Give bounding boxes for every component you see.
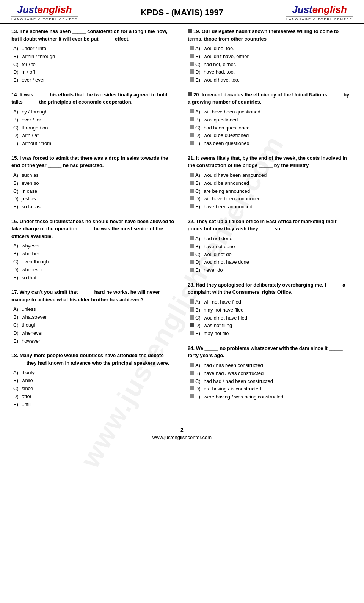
question-14-text: 14. It was _____ his efforts that the tw…	[11, 91, 176, 106]
logo-right-text: Justenglish	[292, 4, 347, 16]
q13-optA: A)under / into	[13, 45, 176, 53]
answer-marker-19	[188, 29, 192, 33]
q21-sq-E	[190, 204, 194, 208]
q23-optA: A)will not have filed	[190, 298, 353, 306]
q18-num: 18.	[11, 353, 18, 358]
q23-optB: B)may not have filed	[190, 306, 353, 314]
q19-sq-D	[190, 69, 194, 74]
logo-left: Justenglish LANGUAGE & TOEFL CENTER	[11, 4, 78, 21]
q13-options: A)under / into B)within / through C)for …	[11, 45, 176, 84]
question-18: 18. Many more people would doubtless hav…	[11, 352, 176, 408]
q20-optD: D)would be questioned	[190, 132, 353, 140]
q22-options: A)had not done B)have not done C)would n…	[188, 235, 353, 274]
q19-optA: A)would be, too.	[190, 45, 353, 53]
q17-optD: D)whenever	[13, 329, 176, 337]
question-24: 24. We _____ no problems whatsoever with…	[188, 345, 353, 401]
q16-optB: B)whether	[13, 250, 176, 258]
q15-optB: B)even so	[13, 179, 176, 187]
q23-optE: E)may not file	[190, 330, 353, 338]
q21-sq-D	[190, 196, 194, 200]
q19-optB: B)wouldn't have, either.	[190, 53, 353, 61]
q21-num: 21.	[188, 155, 195, 161]
logo-right-subtitle: LANGUAGE & TOEFL CENTER	[286, 16, 353, 21]
q24-sq-E	[190, 394, 194, 398]
q23-options: A)will not have filed B)may not have fil…	[188, 298, 353, 338]
q15-optC: C)in case	[13, 187, 176, 195]
q17-optC: C)though	[13, 321, 176, 329]
logo-just-left: Just	[17, 4, 37, 15]
question-16: 16. Under these circumstances he should …	[11, 218, 176, 282]
question-23: 23. Had they apologised for deliberately…	[188, 281, 353, 338]
q16-optE: E)so that	[13, 274, 176, 282]
content-area: 13. The scheme has been _____ considerat…	[0, 24, 364, 419]
question-17: 17. Why can't you admit that _____ hard …	[11, 288, 176, 345]
q14-optB: B)ever / for	[13, 116, 176, 124]
question-14: 14. It was _____ his efforts that the tw…	[11, 91, 176, 148]
q18-optC: C)since	[13, 385, 176, 393]
q16-optA: A)whyever	[13, 242, 176, 250]
q20-sq-D	[190, 133, 194, 137]
q24-sq-B	[190, 371, 194, 375]
header: Justenglish LANGUAGE & TOEFL CENTER KPDS…	[0, 0, 364, 24]
q22-sq-D	[190, 260, 194, 264]
q23-optC: C)would not have filed	[190, 314, 353, 322]
q19-num: 19.	[193, 28, 200, 34]
question-22: 22. They set up a liaison office in East…	[188, 218, 353, 274]
q15-options: A)such as B)even so C)in case D)just as …	[11, 172, 176, 211]
q23-sq-D	[190, 323, 194, 327]
logo-right: Justenglish LANGUAGE & TOEFL CENTER	[286, 4, 353, 21]
question-22-text: 22. They set up a liaison office in East…	[188, 218, 353, 233]
logo-left-subtitle: LANGUAGE & TOEFL CENTER	[11, 16, 78, 21]
q20-optE: E)has been questioned	[190, 140, 353, 148]
answer-marker-20	[188, 92, 192, 96]
q14-optC: C)through / on	[13, 124, 176, 132]
q20-optC: C)had been questioned	[190, 124, 353, 132]
q24-optB: B)have had / was constructed	[190, 370, 353, 378]
footer-url: www.justenglishcenter.com	[4, 435, 360, 440]
left-column: 13. The scheme has been _____ considerat…	[0, 24, 182, 419]
q22-optE: E)never do	[190, 266, 353, 274]
q21-optA: A)would have been announced	[190, 172, 353, 179]
q19-sq-C	[190, 62, 194, 66]
q19-options: A)would be, too. B)wouldn't have, either…	[188, 45, 353, 84]
q23-sq-A	[190, 299, 194, 304]
q14-num: 14.	[11, 92, 18, 98]
q18-optA: A)if only	[13, 369, 176, 377]
q15-optA: A)such as	[13, 172, 176, 179]
q17-options: A)unless B)whatsoever C)though D)wheneve…	[11, 305, 176, 345]
q13-num: 13.	[11, 28, 18, 34]
q17-optE: E)however	[13, 337, 176, 345]
q18-optB: B)while	[13, 377, 176, 385]
question-19: 19. Our delegates hadn't shown themselve…	[188, 28, 353, 84]
q17-num: 17.	[11, 289, 18, 295]
q20-sq-B	[190, 117, 194, 121]
q15-optE: E)so far as	[13, 203, 176, 211]
q22-optD: D)would not have done	[190, 258, 353, 266]
logo-just-right: Just	[292, 4, 312, 15]
q19-optC: C)had not, either.	[190, 61, 353, 69]
q22-optB: B)have not done	[190, 243, 353, 251]
q22-optC: C)would not do	[190, 251, 353, 259]
q21-optD: D)will have been announced	[190, 195, 353, 203]
question-18-text: 18. Many more people would doubtless hav…	[11, 352, 176, 367]
question-16-text: 16. Under these circumstances he should …	[11, 218, 176, 240]
q22-sq-C	[190, 252, 194, 256]
q23-sq-B	[190, 307, 194, 312]
q24-options: A)had / has been constructed B)have had …	[188, 362, 353, 401]
q18-optE: E)until	[13, 401, 176, 409]
q19-sq-E	[190, 77, 194, 82]
q22-sq-E	[190, 268, 194, 272]
q22-num: 22.	[188, 219, 195, 224]
q20-optA: A)will have been questioned	[190, 108, 353, 116]
q14-optA: A)by / through	[13, 108, 176, 116]
q24-optD: D)are having / is constructed	[190, 385, 353, 393]
q13-optB: B)within / through	[13, 53, 176, 61]
q24-optE: E)were having / was being constructed	[190, 393, 353, 401]
q24-optC: C)had had / had been constructed	[190, 378, 353, 386]
page-title: KPDS - (MAYIS) 1997	[141, 8, 223, 17]
q21-sq-B	[190, 181, 194, 185]
question-21: 21. It seems likely that, by the end of …	[188, 154, 353, 211]
q23-sq-C	[190, 315, 194, 320]
logo-left-text: Justenglish	[17, 4, 72, 16]
q24-sq-C	[190, 379, 194, 383]
